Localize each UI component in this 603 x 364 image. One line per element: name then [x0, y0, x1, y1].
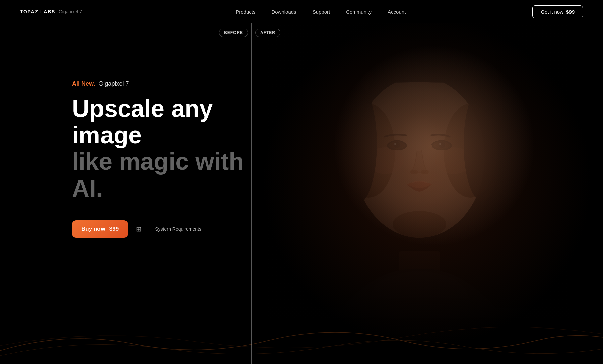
nav-link-support[interactable]: Support [313, 9, 330, 15]
nav-links: Products Downloads Support Community Acc… [109, 9, 532, 15]
buy-now-button[interactable]: Buy now $99 [72, 220, 128, 238]
hero-section: BEFORE AFTER All New. Gigapixel 7 Upscal… [0, 0, 603, 364]
hero-cta-row: Buy now $99 ⊞ System Requirements [72, 220, 266, 238]
hero-eyebrow: All New. Gigapixel 7 [72, 80, 266, 87]
eyebrow-all-new: All New. [72, 80, 95, 87]
buy-price: $99 [109, 226, 119, 232]
headline-line2: like magic with AI. [72, 148, 266, 201]
nav-link-account[interactable]: Account [388, 9, 406, 15]
nav-link-products[interactable]: Products [236, 9, 255, 15]
svg-point-27 [464, 87, 500, 201]
svg-point-26 [337, 84, 377, 204]
before-label: BEFORE [219, 29, 248, 37]
windows-icon: ⊞ [136, 225, 142, 233]
product-name: Gigapixel 7 [59, 9, 82, 14]
hero-content: All New. Gigapixel 7 Upscale any image l… [72, 80, 266, 238]
nav-cta: Get it now $99 [532, 5, 583, 18]
navbar: TOPAZ LABS Gigapixel 7 Products Download… [0, 0, 603, 23]
cta-label: Get it now [541, 9, 563, 15]
eyebrow-product-name: Gigapixel 7 [98, 80, 129, 87]
after-label: AFTER [255, 29, 280, 37]
hero-image-panel [251, 0, 603, 364]
platform-icons: ⊞ [136, 225, 145, 233]
hero-headline: Upscale any image like magic with AI. [72, 95, 266, 202]
buy-label: Buy now [81, 226, 105, 232]
brand: TOPAZ LABS Gigapixel 7 [20, 9, 82, 14]
cta-price: $99 [566, 9, 575, 15]
company-name: TOPAZ LABS [20, 9, 55, 14]
portrait-svg [268, 17, 570, 318]
headline-line1: Upscale any image [72, 95, 266, 148]
nav-link-community[interactable]: Community [346, 9, 372, 15]
header-cta-button[interactable]: Get it now $99 [532, 5, 583, 18]
system-requirements-link[interactable]: System Requirements [155, 226, 201, 232]
nav-link-downloads[interactable]: Downloads [271, 9, 296, 15]
